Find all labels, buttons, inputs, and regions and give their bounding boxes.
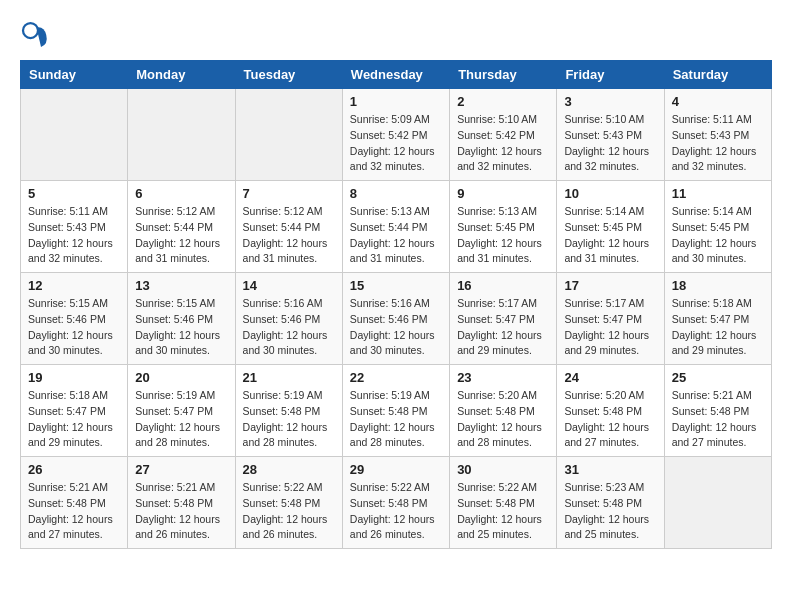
day-info: Sunrise: 5:18 AMSunset: 5:47 PMDaylight:… [28, 388, 120, 451]
week-row-4: 26Sunrise: 5:21 AMSunset: 5:48 PMDayligh… [21, 457, 772, 549]
calendar-cell: 14Sunrise: 5:16 AMSunset: 5:46 PMDayligh… [235, 273, 342, 365]
day-number: 20 [135, 370, 227, 385]
calendar-cell: 24Sunrise: 5:20 AMSunset: 5:48 PMDayligh… [557, 365, 664, 457]
day-info: Sunrise: 5:19 AMSunset: 5:48 PMDaylight:… [350, 388, 442, 451]
day-info: Sunrise: 5:11 AMSunset: 5:43 PMDaylight:… [28, 204, 120, 267]
calendar-cell: 20Sunrise: 5:19 AMSunset: 5:47 PMDayligh… [128, 365, 235, 457]
day-info: Sunrise: 5:14 AMSunset: 5:45 PMDaylight:… [672, 204, 764, 267]
calendar-cell: 22Sunrise: 5:19 AMSunset: 5:48 PMDayligh… [342, 365, 449, 457]
day-number: 19 [28, 370, 120, 385]
day-number: 29 [350, 462, 442, 477]
day-number: 28 [243, 462, 335, 477]
calendar-cell: 8Sunrise: 5:13 AMSunset: 5:44 PMDaylight… [342, 181, 449, 273]
day-info: Sunrise: 5:17 AMSunset: 5:47 PMDaylight:… [564, 296, 656, 359]
weekday-header-tuesday: Tuesday [235, 61, 342, 89]
calendar-cell: 7Sunrise: 5:12 AMSunset: 5:44 PMDaylight… [235, 181, 342, 273]
day-info: Sunrise: 5:20 AMSunset: 5:48 PMDaylight:… [564, 388, 656, 451]
day-info: Sunrise: 5:16 AMSunset: 5:46 PMDaylight:… [243, 296, 335, 359]
day-info: Sunrise: 5:11 AMSunset: 5:43 PMDaylight:… [672, 112, 764, 175]
logo [20, 20, 54, 50]
calendar-cell: 5Sunrise: 5:11 AMSunset: 5:43 PMDaylight… [21, 181, 128, 273]
day-info: Sunrise: 5:15 AMSunset: 5:46 PMDaylight:… [28, 296, 120, 359]
calendar-cell: 12Sunrise: 5:15 AMSunset: 5:46 PMDayligh… [21, 273, 128, 365]
day-info: Sunrise: 5:22 AMSunset: 5:48 PMDaylight:… [350, 480, 442, 543]
day-info: Sunrise: 5:13 AMSunset: 5:45 PMDaylight:… [457, 204, 549, 267]
day-number: 23 [457, 370, 549, 385]
calendar-cell: 6Sunrise: 5:12 AMSunset: 5:44 PMDaylight… [128, 181, 235, 273]
day-number: 13 [135, 278, 227, 293]
day-info: Sunrise: 5:21 AMSunset: 5:48 PMDaylight:… [672, 388, 764, 451]
day-number: 12 [28, 278, 120, 293]
day-number: 15 [350, 278, 442, 293]
day-number: 2 [457, 94, 549, 109]
day-number: 22 [350, 370, 442, 385]
day-info: Sunrise: 5:16 AMSunset: 5:46 PMDaylight:… [350, 296, 442, 359]
calendar-cell [664, 457, 771, 549]
calendar-cell: 10Sunrise: 5:14 AMSunset: 5:45 PMDayligh… [557, 181, 664, 273]
calendar-cell: 25Sunrise: 5:21 AMSunset: 5:48 PMDayligh… [664, 365, 771, 457]
day-info: Sunrise: 5:18 AMSunset: 5:47 PMDaylight:… [672, 296, 764, 359]
calendar-cell: 17Sunrise: 5:17 AMSunset: 5:47 PMDayligh… [557, 273, 664, 365]
calendar-cell: 26Sunrise: 5:21 AMSunset: 5:48 PMDayligh… [21, 457, 128, 549]
calendar-cell [235, 89, 342, 181]
weekday-header-thursday: Thursday [450, 61, 557, 89]
calendar-cell [128, 89, 235, 181]
day-info: Sunrise: 5:22 AMSunset: 5:48 PMDaylight:… [243, 480, 335, 543]
day-info: Sunrise: 5:22 AMSunset: 5:48 PMDaylight:… [457, 480, 549, 543]
week-row-3: 19Sunrise: 5:18 AMSunset: 5:47 PMDayligh… [21, 365, 772, 457]
day-number: 24 [564, 370, 656, 385]
calendar-cell: 16Sunrise: 5:17 AMSunset: 5:47 PMDayligh… [450, 273, 557, 365]
week-row-2: 12Sunrise: 5:15 AMSunset: 5:46 PMDayligh… [21, 273, 772, 365]
day-info: Sunrise: 5:14 AMSunset: 5:45 PMDaylight:… [564, 204, 656, 267]
day-number: 31 [564, 462, 656, 477]
day-info: Sunrise: 5:19 AMSunset: 5:48 PMDaylight:… [243, 388, 335, 451]
calendar-cell: 28Sunrise: 5:22 AMSunset: 5:48 PMDayligh… [235, 457, 342, 549]
day-number: 26 [28, 462, 120, 477]
calendar-cell: 30Sunrise: 5:22 AMSunset: 5:48 PMDayligh… [450, 457, 557, 549]
day-number: 17 [564, 278, 656, 293]
day-number: 3 [564, 94, 656, 109]
day-number: 10 [564, 186, 656, 201]
week-row-1: 5Sunrise: 5:11 AMSunset: 5:43 PMDaylight… [21, 181, 772, 273]
weekday-header-row: SundayMondayTuesdayWednesdayThursdayFrid… [21, 61, 772, 89]
weekday-header-saturday: Saturday [664, 61, 771, 89]
calendar-body: 1Sunrise: 5:09 AMSunset: 5:42 PMDaylight… [21, 89, 772, 549]
calendar-cell: 29Sunrise: 5:22 AMSunset: 5:48 PMDayligh… [342, 457, 449, 549]
day-info: Sunrise: 5:21 AMSunset: 5:48 PMDaylight:… [135, 480, 227, 543]
calendar-cell: 9Sunrise: 5:13 AMSunset: 5:45 PMDaylight… [450, 181, 557, 273]
day-number: 4 [672, 94, 764, 109]
day-number: 25 [672, 370, 764, 385]
calendar-cell: 13Sunrise: 5:15 AMSunset: 5:46 PMDayligh… [128, 273, 235, 365]
day-number: 9 [457, 186, 549, 201]
day-info: Sunrise: 5:17 AMSunset: 5:47 PMDaylight:… [457, 296, 549, 359]
weekday-header-friday: Friday [557, 61, 664, 89]
day-number: 8 [350, 186, 442, 201]
calendar-cell: 4Sunrise: 5:11 AMSunset: 5:43 PMDaylight… [664, 89, 771, 181]
day-number: 14 [243, 278, 335, 293]
day-info: Sunrise: 5:23 AMSunset: 5:48 PMDaylight:… [564, 480, 656, 543]
calendar-cell: 2Sunrise: 5:10 AMSunset: 5:42 PMDaylight… [450, 89, 557, 181]
weekday-header-sunday: Sunday [21, 61, 128, 89]
page-header [20, 20, 772, 50]
calendar-cell: 3Sunrise: 5:10 AMSunset: 5:43 PMDaylight… [557, 89, 664, 181]
day-number: 11 [672, 186, 764, 201]
calendar-cell: 19Sunrise: 5:18 AMSunset: 5:47 PMDayligh… [21, 365, 128, 457]
calendar-table: SundayMondayTuesdayWednesdayThursdayFrid… [20, 60, 772, 549]
day-info: Sunrise: 5:13 AMSunset: 5:44 PMDaylight:… [350, 204, 442, 267]
day-number: 7 [243, 186, 335, 201]
calendar-cell: 23Sunrise: 5:20 AMSunset: 5:48 PMDayligh… [450, 365, 557, 457]
calendar-cell: 21Sunrise: 5:19 AMSunset: 5:48 PMDayligh… [235, 365, 342, 457]
day-number: 27 [135, 462, 227, 477]
calendar-cell: 27Sunrise: 5:21 AMSunset: 5:48 PMDayligh… [128, 457, 235, 549]
day-number: 16 [457, 278, 549, 293]
weekday-header-wednesday: Wednesday [342, 61, 449, 89]
day-info: Sunrise: 5:10 AMSunset: 5:43 PMDaylight:… [564, 112, 656, 175]
calendar-cell: 31Sunrise: 5:23 AMSunset: 5:48 PMDayligh… [557, 457, 664, 549]
calendar-cell: 15Sunrise: 5:16 AMSunset: 5:46 PMDayligh… [342, 273, 449, 365]
week-row-0: 1Sunrise: 5:09 AMSunset: 5:42 PMDaylight… [21, 89, 772, 181]
day-info: Sunrise: 5:12 AMSunset: 5:44 PMDaylight:… [243, 204, 335, 267]
day-number: 6 [135, 186, 227, 201]
svg-point-0 [23, 23, 38, 38]
calendar-cell: 11Sunrise: 5:14 AMSunset: 5:45 PMDayligh… [664, 181, 771, 273]
calendar-cell [21, 89, 128, 181]
